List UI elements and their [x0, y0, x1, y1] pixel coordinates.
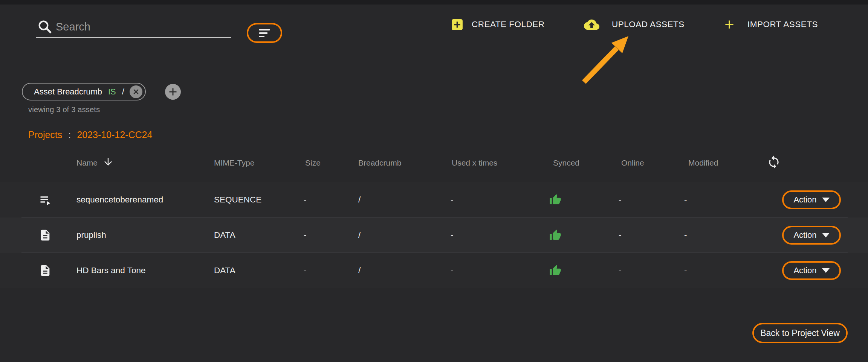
action-dropdown-button[interactable]: Action: [782, 261, 841, 280]
filter-chip-value: /: [122, 87, 124, 97]
sort-desc-arrow-icon[interactable]: [102, 156, 114, 167]
search-underline: [36, 37, 231, 38]
breadcrumb-current-project[interactable]: 2023-10-12-CC24: [77, 129, 152, 140]
breadcrumb-separator: :: [68, 129, 71, 140]
header-mime-type[interactable]: MIME-Type: [214, 158, 254, 167]
plus-circle-icon: [168, 87, 177, 96]
table-row[interactable]: HD Bars and Tone DATA - / - - - Action: [0, 253, 868, 288]
asset-modified: -: [684, 195, 687, 205]
cloud-upload-icon: [584, 17, 599, 32]
asset-modified: -: [684, 266, 687, 275]
sort-lines-icon: [259, 29, 270, 37]
breadcrumb: Projects : 2023-10-12-CC24: [28, 129, 152, 140]
create-folder-label: CREATE FOLDER: [472, 20, 545, 29]
header-name[interactable]: Name: [76, 158, 98, 167]
action-dropdown-button[interactable]: Action: [782, 226, 841, 245]
asset-breadcrumb: /: [358, 266, 361, 275]
asset-name: sequencetoberenamed: [76, 195, 163, 205]
create-folder-button[interactable]: CREATE FOLDER: [451, 15, 545, 34]
asset-breadcrumb: /: [358, 230, 361, 240]
header-size[interactable]: Size: [305, 158, 321, 167]
window-top-strip: [0, 0, 868, 5]
upload-assets-button[interactable]: UPLOAD ASSETS: [584, 15, 685, 34]
add-filter-button[interactable]: [165, 84, 181, 100]
chevron-down-icon: [822, 198, 830, 202]
sequence-icon: [39, 193, 52, 207]
table-row[interactable]: sequencetoberenamed SEQUENCE - / - - - A…: [0, 182, 868, 218]
document-icon: [39, 229, 52, 242]
asset-used-x-times: -: [451, 195, 454, 205]
filter-button[interactable]: [247, 23, 282, 43]
header-used-x-times[interactable]: Used x times: [452, 158, 497, 167]
breadcrumb-projects-link[interactable]: Projects: [28, 129, 62, 140]
asset-name: HD Bars and Tone: [76, 266, 145, 275]
thumbs-up-icon: [549, 265, 561, 277]
asset-online: -: [619, 266, 622, 275]
annotation-arrow: [565, 26, 652, 92]
thumbs-up-icon: [549, 229, 561, 241]
asset-mime-type: DATA: [214, 266, 235, 275]
back-to-project-view-label: Back to Project View: [760, 328, 840, 338]
filter-chip-remove-button[interactable]: [130, 85, 142, 98]
search-icon: [37, 19, 53, 35]
refresh-icon[interactable]: [767, 155, 781, 169]
asset-online: -: [619, 195, 622, 205]
row-divider: [21, 288, 848, 288]
header-modified[interactable]: Modified: [688, 158, 718, 167]
topbar-divider: [21, 63, 847, 63]
back-to-project-view-button[interactable]: Back to Project View: [752, 323, 848, 343]
search-input[interactable]: [55, 17, 228, 36]
thumbs-up-icon: [549, 194, 561, 206]
asset-size: -: [304, 195, 307, 205]
asset-name: pruplish: [76, 230, 106, 240]
header-online[interactable]: Online: [621, 158, 644, 167]
asset-modified: -: [684, 230, 687, 240]
upload-assets-label: UPLOAD ASSETS: [612, 20, 685, 29]
asset-used-x-times: -: [451, 266, 454, 275]
asset-size: -: [304, 230, 307, 240]
asset-online: -: [619, 230, 622, 240]
header-breadcrumb[interactable]: Breadcrumb: [358, 158, 401, 167]
plus-icon: [724, 19, 735, 30]
header-synced[interactable]: Synced: [553, 158, 579, 167]
filter-chip-field: Asset Breadcrumb: [34, 87, 102, 97]
table-row[interactable]: pruplish DATA - / - - - Action: [0, 218, 868, 253]
action-label: Action: [793, 230, 816, 240]
import-assets-label: IMPORT ASSETS: [747, 20, 818, 29]
chevron-down-icon: [822, 233, 830, 237]
document-icon: [39, 264, 52, 277]
asset-manager-page: CREATE FOLDER UPLOAD ASSETS IMPORT ASSET…: [0, 0, 868, 362]
asset-breadcrumb: /: [358, 195, 361, 205]
asset-used-x-times: -: [451, 230, 454, 240]
asset-size: -: [304, 266, 307, 275]
asset-mime-type: DATA: [214, 230, 235, 240]
filter-chip-asset-breadcrumb[interactable]: Asset Breadcrumb IS /: [22, 83, 146, 100]
action-dropdown-button[interactable]: Action: [782, 190, 841, 209]
add-box-icon: [451, 18, 463, 31]
action-label: Action: [793, 266, 816, 275]
close-icon: [133, 88, 139, 95]
action-label: Action: [793, 195, 816, 205]
asset-mime-type: SEQUENCE: [214, 195, 261, 205]
import-assets-button[interactable]: IMPORT ASSETS: [724, 15, 818, 34]
chevron-down-icon: [822, 268, 830, 273]
filter-chip-operator: IS: [108, 87, 116, 97]
viewing-count-text: viewing 3 of 3 assets: [28, 105, 100, 114]
